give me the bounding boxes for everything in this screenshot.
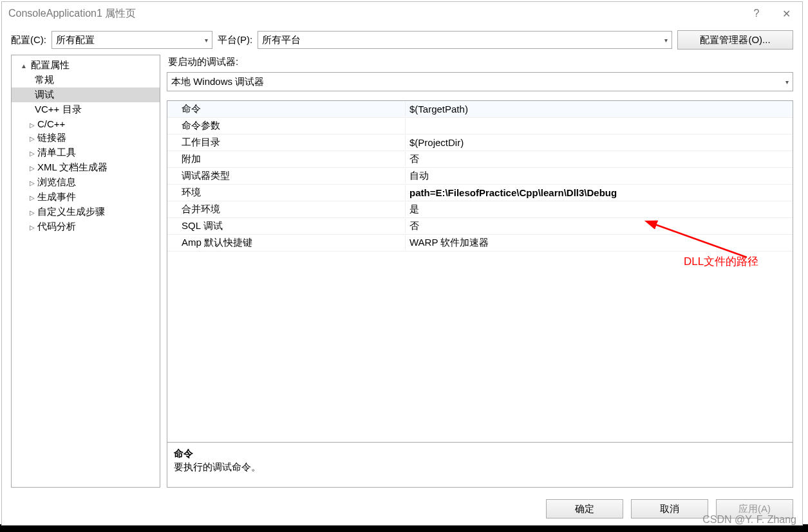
property-name: 调试器类型 [167,169,406,183]
apply-button[interactable]: 应用(A) [716,499,793,518]
cancel-button[interactable]: 取消 [631,499,708,518]
debugger-section-label: 要启动的调试器: [168,56,793,68]
tree-item-label: VC++ 目录 [35,104,82,115]
debugger-selected: 本地 Windows 调试器 [171,76,264,88]
dialog-buttons: 确定 取消 应用(A) [2,494,802,525]
tree-item[interactable]: ▷清单工具 [12,145,160,160]
property-value[interactable]: 是 [406,202,793,217]
triangle-right-icon: ▷ [30,135,36,142]
property-name: 环境 [167,185,406,200]
property-row[interactable]: 合并环境是 [167,201,793,218]
config-manager-button[interactable]: 配置管理器(O)... [677,30,793,50]
triangle-right-icon: ▷ [30,122,36,129]
tree-item-label: 自定义生成步骤 [37,206,105,217]
tree-item[interactable]: VC++ 目录 [12,102,160,117]
tree-item-label: 浏览信息 [37,176,76,187]
property-name: Amp 默认快捷键 [167,235,406,250]
property-grid-body[interactable]: 命令$(TargetPath)命令参数工作目录$(ProjectDir)附加否调… [167,101,793,442]
chevron-down-icon: ▾ [205,37,208,44]
property-name: 命令参数 [167,118,406,133]
config-dropdown[interactable]: 所有配置 ▾ [52,31,212,49]
tree-item[interactable]: ▷代码分析 [12,219,160,234]
tree-item[interactable]: ▷链接器 [12,131,160,145]
property-value[interactable]: $(TargetPath) [406,102,793,116]
tree-item-label: 常规 [35,74,54,85]
property-row[interactable]: 环境path=E:\FilesofPractice\Cpp\learn\Dll3… [167,185,793,201]
property-grid: 命令$(TargetPath)命令参数工作目录$(ProjectDir)附加否调… [167,100,793,488]
triangle-right-icon: ▷ [30,179,36,187]
titlebar: ConsoleApplication1 属性页 ? ✕ [2,2,802,25]
property-name: 工作目录 [167,135,406,150]
help-icon[interactable]: ? [742,3,771,24]
property-value[interactable]: path=E:\FilesofPractice\Cpp\learn\Dll3\D… [406,186,793,199]
property-value[interactable]: 否 [406,219,793,234]
tree-item-label: 链接器 [37,132,66,143]
debugger-dropdown[interactable]: 本地 Windows 调试器 ▾ [167,72,793,91]
triangle-right-icon: ▷ [30,165,36,172]
property-value[interactable]: 自动 [406,169,793,183]
config-label: 配置(C): [11,34,46,46]
property-row[interactable]: 命令参数 [167,118,793,134]
platform-value: 所有平台 [262,34,301,46]
tree-item[interactable]: 常规 [12,73,160,87]
triangle-down-icon: ▲ [21,62,27,69]
close-icon[interactable]: ✕ [771,3,801,24]
chevron-down-icon: ▾ [664,37,668,44]
tree-root[interactable]: ▲ 配置属性 [12,58,160,73]
ok-button[interactable]: 确定 [546,499,623,518]
chevron-down-icon: ▾ [785,78,789,86]
window-title: ConsoleApplication1 属性页 [8,7,742,21]
property-row[interactable]: 工作目录$(ProjectDir) [167,134,793,151]
triangle-right-icon: ▷ [30,194,36,201]
property-value[interactable]: WARP 软件加速器 [406,235,793,250]
property-row[interactable]: 命令$(TargetPath) [167,101,793,118]
description-body: 要执行的调试命令。 [174,461,786,473]
tree-item[interactable]: ▷XML 文档生成器 [12,160,160,175]
tree-item[interactable]: ▷自定义生成步骤 [12,205,160,219]
property-name: SQL 调试 [167,219,406,234]
property-row[interactable]: Amp 默认快捷键WARP 软件加速器 [167,235,793,252]
property-page-dialog: ConsoleApplication1 属性页 ? ✕ 配置(C): 所有配置 … [1,1,803,526]
tree-item-label: 生成事件 [37,191,76,202]
platform-label: 平台(P): [218,34,252,46]
property-name: 命令 [167,102,406,116]
property-row[interactable]: 附加否 [167,151,793,168]
tree-item-label: 调试 [35,89,54,100]
property-row[interactable]: 调试器类型自动 [167,168,793,185]
tree-item-label: 清单工具 [37,147,76,158]
property-row[interactable]: SQL 调试否 [167,218,793,235]
platform-dropdown[interactable]: 所有平台 ▾ [258,31,672,49]
tree-item[interactable]: ▷浏览信息 [12,175,160,190]
property-name: 附加 [167,152,406,167]
property-value[interactable]: 否 [406,152,793,167]
tree-item-label: C/C++ [37,118,65,129]
tree-item-label: XML 文档生成器 [37,161,108,172]
tree-item[interactable]: ▷生成事件 [12,190,160,205]
description-box: 命令 要执行的调试命令。 [167,442,793,487]
config-value: 所有配置 [56,34,95,46]
triangle-right-icon: ▷ [30,150,36,157]
description-title: 命令 [174,448,786,460]
config-toolbar: 配置(C): 所有配置 ▾ 平台(P): 所有平台 ▾ 配置管理器(O)... [2,25,802,55]
triangle-right-icon: ▷ [30,209,36,216]
property-value[interactable]: $(ProjectDir) [406,136,793,149]
tree-item[interactable]: ▷C/C++ [12,117,160,131]
tree-item-label: 代码分析 [37,221,76,232]
tree-item[interactable]: 调试 [12,87,160,102]
category-tree[interactable]: ▲ 配置属性 常规调试VC++ 目录▷C/C++▷链接器▷清单工具▷XML 文档… [11,55,160,488]
property-value[interactable] [406,125,793,127]
triangle-right-icon: ▷ [30,224,36,231]
property-name: 合并环境 [167,202,406,217]
